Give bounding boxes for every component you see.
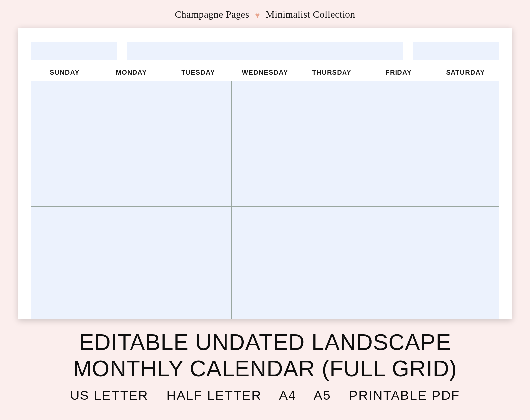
weekday-label: TUESDAY [165, 67, 232, 78]
calendar-cell[interactable] [365, 81, 432, 144]
calendar-grid-viewport [31, 81, 499, 319]
weekday-label: WEDNESDAY [232, 67, 298, 78]
caption-title-line-2: MONTHLY CALENDAR (FULL GRID) [0, 355, 530, 382]
weekday-header-row: SUNDAY MONDAY TUESDAY WEDNESDAY THURSDAY… [31, 67, 499, 78]
format-item: A4 [279, 388, 296, 402]
separator-dot: · [304, 393, 307, 400]
calendar-cell[interactable] [165, 144, 232, 207]
calendar-cell[interactable] [31, 269, 98, 319]
calendar-grid [31, 81, 499, 319]
product-caption: EDITABLE UNDATED LANDSCAPE MONTHLY CALEN… [0, 329, 530, 403]
weekday-label: MONDAY [98, 67, 165, 78]
calendar-cell[interactable] [298, 81, 365, 144]
calendar-cell[interactable] [432, 207, 499, 269]
calendar-cell[interactable] [98, 269, 165, 319]
calendar-cell[interactable] [298, 144, 365, 207]
calendar-cell[interactable] [232, 144, 298, 207]
weekday-label: THURSDAY [298, 67, 365, 78]
calendar-cell[interactable] [232, 207, 298, 269]
calendar-cell[interactable] [98, 144, 165, 207]
calendar-cell[interactable] [31, 81, 98, 144]
calendar-cell[interactable] [98, 207, 165, 269]
format-item: HALF LETTER [166, 388, 262, 402]
calendar-cell[interactable] [365, 144, 432, 207]
calendar-cell[interactable] [298, 207, 365, 269]
month-field[interactable] [31, 42, 117, 60]
separator-dot: · [339, 393, 342, 400]
calendar-cell[interactable] [232, 269, 298, 319]
calendar-cell[interactable] [31, 144, 98, 207]
editable-header-fields [31, 42, 499, 60]
calendar-cell[interactable] [432, 269, 499, 319]
weekday-label: SATURDAY [432, 67, 499, 78]
calendar-cell[interactable] [365, 207, 432, 269]
calendar-cell[interactable] [432, 144, 499, 207]
calendar-cell[interactable] [365, 269, 432, 319]
calendar-cell[interactable] [31, 207, 98, 269]
calendar-cell[interactable] [432, 81, 499, 144]
format-item: A5 [314, 388, 331, 402]
calendar-cell[interactable] [165, 207, 232, 269]
separator-dot: · [156, 393, 159, 400]
caption-formats: US LETTER · HALF LETTER · A4 · A5 · PRIN… [0, 388, 530, 403]
heart-icon: ♥ [255, 11, 260, 20]
calendar-cell[interactable] [298, 269, 365, 319]
calendar-cell[interactable] [165, 269, 232, 319]
calendar-cell[interactable] [98, 81, 165, 144]
year-field[interactable] [413, 42, 499, 60]
format-item: US LETTER [70, 388, 148, 402]
calendar-sheet: SUNDAY MONDAY TUESDAY WEDNESDAY THURSDAY… [18, 28, 512, 319]
brand-left: Champagne Pages [175, 9, 249, 20]
brand-right: Minimalist Collection [266, 9, 355, 20]
caption-title-line-1: EDITABLE UNDATED LANDSCAPE [0, 329, 530, 355]
weekday-label: SUNDAY [31, 67, 98, 78]
weekday-label: FRIDAY [365, 67, 432, 78]
separator-dot: · [269, 393, 272, 400]
calendar-cell[interactable] [165, 81, 232, 144]
calendar-cell[interactable] [232, 81, 298, 144]
format-item: PRINTABLE PDF [349, 388, 460, 402]
brand-tagline: Champagne Pages ♥ Minimalist Collection [0, 0, 530, 28]
title-field[interactable] [127, 42, 403, 60]
